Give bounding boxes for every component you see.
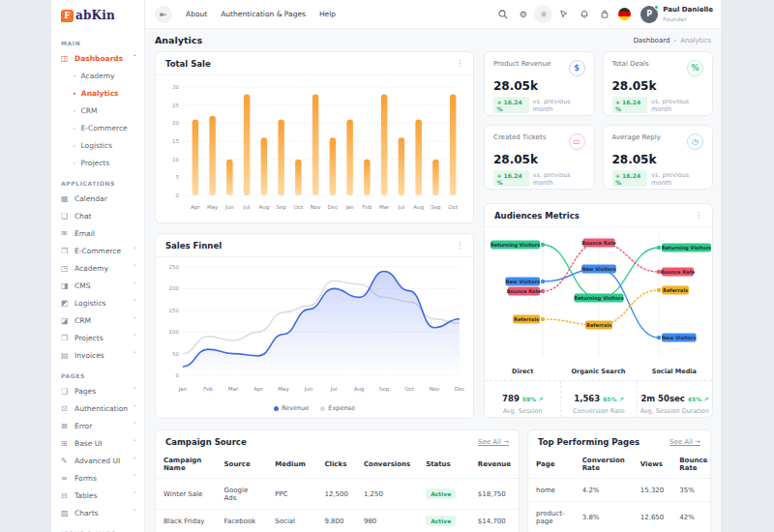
cart-icon[interactable] [595, 5, 613, 23]
bar[interactable] [193, 120, 199, 195]
table-row[interactable]: home4.2%15,32035% [528, 479, 711, 502]
e-commerce-icon: ❒ [61, 247, 70, 255]
bar[interactable] [364, 160, 371, 195]
sidebar-item-cms[interactable]: ◨CMS˅ [51, 277, 144, 294]
sidebar-nav: MAIN◫Dashboards˄•Academy•Analytics•CRM•E… [51, 40, 144, 532]
column-header-conversion-rate: Conversion Rate [575, 451, 633, 479]
see-all-link[interactable]: See All → [670, 438, 700, 446]
notifications-bell-icon[interactable] [575, 5, 593, 23]
sidebar-item-invoices[interactable]: ▤Invoices˅ [51, 346, 144, 364]
chevron-icon: ˅ [134, 474, 137, 482]
sidebar-item-error[interactable]: ⊠Error˅ [51, 417, 144, 434]
sidebar-item-pages[interactable]: ❑Pages˅ [51, 382, 144, 399]
pages-icon: ❑ [61, 387, 70, 396]
sidebar-item-base-ui[interactable]: ⊞Base UI˅ [51, 434, 144, 452]
bar[interactable] [278, 120, 284, 195]
tables-icon: ⊟ [61, 491, 70, 500]
table-row[interactable]: product-page3.8%12,65042% [528, 502, 711, 532]
sidebar: F abKin MAIN◫Dashboards˄•Academy•Analyti… [51, 0, 145, 532]
bar[interactable] [261, 137, 268, 195]
sidebar-item-label: Academy [74, 264, 129, 273]
online-status-dot [654, 5, 659, 10]
sidebar-item-charts[interactable]: ▨Charts˅ [51, 504, 144, 521]
sidebar-item-authentication[interactable]: ⊡Authentication˅ [51, 399, 144, 417]
sidebar-section-label: PAGES [61, 372, 134, 379]
chevron-icon: ˅ [134, 334, 137, 341]
bar[interactable] [209, 116, 216, 195]
sidebar-subitem-crm[interactable]: •CRM [51, 102, 144, 119]
bar[interactable] [295, 160, 302, 195]
bar[interactable] [226, 160, 233, 195]
audience-stat-avg-session: 78959% ↗Avg. Session [485, 381, 560, 418]
calendar-icon: ▦ [61, 194, 70, 203]
bar[interactable] [346, 120, 353, 195]
logistics-icon: ◩ [61, 299, 70, 308]
chevron-icon: ˅ [134, 281, 137, 289]
sidebar-item-forms[interactable]: ≡Forms˅ [51, 469, 144, 487]
sidebar-item-label: CMS [74, 281, 129, 290]
brand-logo[interactable]: F abKin [51, 0, 144, 31]
bar[interactable] [432, 160, 439, 195]
flag-germany-icon[interactable] [615, 5, 634, 23]
sidebar-subitem-label: Logistics [81, 141, 112, 150]
card-menu-icon[interactable]: ⋮ [456, 242, 463, 250]
menu-item-authentication-pages[interactable]: Authentication & Pages [221, 10, 306, 18]
settings-gear-icon[interactable]: ⚙ [514, 5, 532, 23]
sidebar-subitem-logistics[interactable]: •Logistics [51, 136, 144, 154]
cursor-icon[interactable] [554, 5, 573, 23]
campaign-source-title: Campaign Source [165, 437, 247, 447]
sidebar-item-label: Logistics [74, 299, 129, 308]
sidebar-item-dashboards[interactable]: ◫Dashboards˄ [51, 49, 144, 67]
breadcrumb-root[interactable]: Dashboard [633, 37, 670, 44]
user-menu[interactable]: P Paul Danielle Founder [640, 6, 713, 23]
sidebar-collapse-button[interactable]: ⇤ [155, 6, 172, 23]
sidebar-item-advanced-ui[interactable]: ✎Advanced UI˅ [51, 452, 144, 469]
cell: 980 [356, 510, 418, 532]
cell: 9,800 [316, 510, 356, 532]
sidebar-item-calendar[interactable]: ▦Calendar [51, 190, 144, 207]
bar[interactable] [330, 137, 337, 195]
sidebar-item-tables[interactable]: ⊟Tables˅ [51, 487, 144, 504]
bar[interactable] [450, 94, 457, 195]
cell: 12,500 [316, 479, 356, 510]
cell: 1,250 [356, 479, 418, 510]
svg-text:Returning Visitors: Returning Visitors [491, 242, 540, 249]
svg-text:0: 0 [176, 192, 180, 198]
svg-text:Returning Visitors: Returning Visitors [662, 245, 711, 251]
sidebar-item-e-commerce[interactable]: ❒E-Commerce˅ [51, 242, 144, 259]
sidebar-item-academy[interactable]: ◳Academy˅ [51, 259, 144, 277]
stat-percent: 65% ↗ [603, 396, 623, 402]
search-icon[interactable] [493, 5, 512, 23]
sidebar-subitem-e-commerce[interactable]: •E-Commerce [51, 119, 144, 136]
card-menu-icon[interactable]: ⋮ [695, 212, 702, 220]
menu-item-about[interactable]: About [186, 10, 207, 18]
sidebar-item-chat[interactable]: ❏Chat [51, 207, 144, 224]
card-menu-icon[interactable]: ⋮ [456, 60, 463, 68]
see-all-link[interactable]: See All → [478, 438, 509, 446]
topbar-menu: AboutAuthentication & PagesHelp [186, 10, 336, 18]
sidebar-item-email[interactable]: ✉Email [51, 224, 144, 242]
user-name: Paul Danielle [663, 6, 713, 15]
table-row[interactable]: Black FridayFacebookSocial9,800980Active… [156, 510, 519, 532]
bar[interactable] [244, 94, 251, 195]
status-badge: Active [426, 516, 456, 526]
column-header-status: Status [418, 451, 470, 479]
sidebar-item-label: CRM [74, 316, 129, 325]
sidebar-subitem-projects[interactable]: •Projects [51, 154, 144, 171]
bar[interactable] [313, 94, 319, 195]
menu-item-help[interactable]: Help [319, 10, 336, 18]
svg-text:30: 30 [172, 84, 179, 90]
sidebar-item-projects[interactable]: ❐Projects˅ [51, 329, 144, 346]
sidebar-item-logistics[interactable]: ◩Logistics˅ [51, 294, 144, 311]
email-icon: ✉ [61, 229, 70, 238]
bar[interactable] [381, 94, 388, 195]
total-sale-bar-chart: 051015202530AprMayJunJulAugSepOctNovDecJ… [164, 77, 465, 219]
sidebar-item-crm[interactable]: ◪CRM˅ [51, 311, 144, 329]
bar[interactable] [399, 137, 405, 195]
svg-text:Referrals: Referrals [514, 316, 539, 322]
table-row[interactable]: Winter SaleGoogle AdsPPC12,5001,250Activ… [156, 479, 519, 510]
bar[interactable] [415, 120, 422, 195]
sidebar-subitem-analytics[interactable]: •Analytics [51, 84, 144, 102]
sidebar-subitem-academy[interactable]: •Academy [51, 67, 144, 84]
theme-sun-icon[interactable]: ☼ [534, 5, 552, 23]
